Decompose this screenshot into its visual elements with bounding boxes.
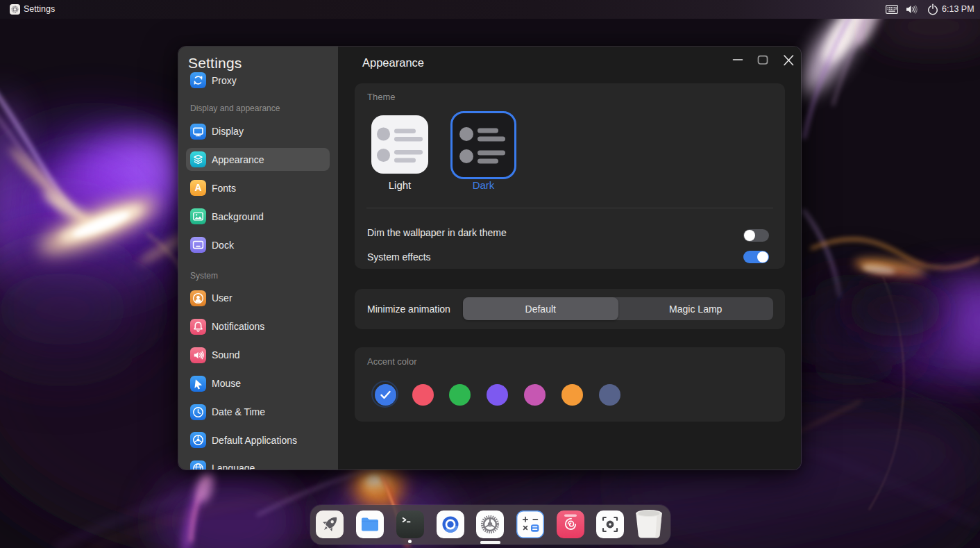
svg-text:A: A [194, 182, 201, 193]
